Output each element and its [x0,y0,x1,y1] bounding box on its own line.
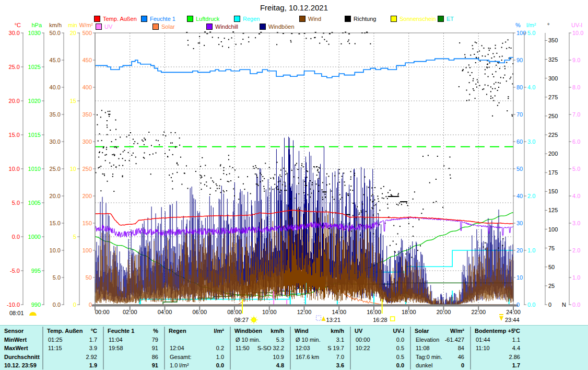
table-cell: 11:50S-SO 32.2 [230,344,290,353]
axis-unit-pressure: hPa [31,22,42,28]
table-cell-value: 5.3 [230,336,284,344]
table-cell-value: 0.5 [350,344,404,353]
table-cell: Elevation-61.427 [410,336,471,344]
axis-tick-label-uv: 4.0 [572,193,580,199]
axis-tick-label-windspeed: 10.0 [50,247,61,253]
table-cell-value: 79 [103,336,158,344]
axis-tick-label-pressure: 995 [31,268,41,274]
axis-tick-label-humidity: 0 [516,302,520,308]
axis-tick-label-direction: 175 [548,169,558,176]
table-column-5: Windkm/hØ 10 min.3.112:03S 19.7167.6 km7… [290,326,350,370]
table-cell-value: 0.0 [350,336,404,344]
sunset-time-label: 16:28 [373,317,387,323]
axis-tick-label-humidity: 90 [516,57,523,63]
table-cell: Ø 10 min.5.3 [230,336,290,344]
axis-tick-label-humidity: 20 [516,247,523,253]
table-cell-value: 1.1 [471,336,520,344]
x-axis-label: 02:00 [123,309,137,315]
table-cell-value: 10.9 [230,353,284,362]
axis-tick-label-direction: 250 [548,113,558,119]
table-cell: 2.92 [43,353,103,362]
table-cell-value: 91 [103,361,158,370]
table-cell-value: 1.7 [471,361,520,370]
axis-tick-label-humidity: 10 [516,274,523,281]
table-cell: 91 [103,361,164,370]
axis-tick-label-uv: 3.0 [572,220,580,226]
axis-tick-label-uv: 7.0 [572,111,580,118]
moonrise-arrow-icon [322,316,326,321]
axis-tick-label-direction: 0 [548,302,551,308]
axis-tick-label-windspeed: 15.0 [50,220,61,226]
axis-tick-label-rain: 0.0 [527,302,535,308]
table-cell-value: 3.1 [290,336,344,344]
table-cell: 1.0 l/m²0.0 [164,361,230,370]
table-cell: Tag:0 min.46 [410,353,471,362]
table-cell: 86 [103,353,164,362]
axis-tick-label-windspeed: 45.0 [50,57,61,63]
axis-tick-label-temp: 25.0 [9,64,20,70]
table-cell-value: 4.8 [230,361,284,370]
axis-tick-label-solar: 350 [83,111,92,118]
table-cell: 00:000.0 [350,336,410,344]
table-cell: 11:0884 [410,344,471,353]
table-column-header: Bodentemp +5°C [471,327,588,336]
axis-tick-label-solar: 300 [83,138,92,145]
table-row-label-text: 10.12. 23:59 [4,361,37,370]
table-cell-value: 1.9 [43,361,97,370]
table-column-7: SolarW/m²Elevation-61.42711:0884Tag:0 mi… [410,326,471,370]
table-column-unit: % [103,327,158,336]
axis-tick-label-direction: 350 [548,37,558,43]
table-cell: 0.5 [350,353,410,362]
axis-tick-label-windspeed: 0.0 [53,302,61,308]
table-cell-value: 0 [410,361,464,370]
table-cell-value: 7.0 [290,353,344,362]
sunset-sun-icon [391,317,395,321]
x-axis-label: 18:00 [402,309,416,315]
axis-tick-label-direction: 225 [548,132,558,138]
sunrise-sun-ray [256,317,257,318]
axis-tick-label-temp: 15.0 [9,132,20,138]
axis-tick-label-temp: -10.0 [7,302,20,308]
table-cell-value: 86 [103,353,158,362]
table-row-label: Durchschnitt [0,353,43,362]
x-axis-label: 14:00 [332,309,346,315]
table-column-header: Temp. Außen°C [43,327,103,336]
table-column-unit: °C [471,327,520,336]
table-cell-value: 0.0 [164,361,224,370]
axis-tick-label-direction: 50 [548,264,555,270]
moonrise-box-icon [316,316,321,320]
axis-tick-label-humidity: 30 [516,220,523,226]
axis-tick-label-humidity: 70 [516,111,523,118]
axis-tick-label-solar: 200 [83,193,92,199]
x-axis-label: 12:00 [297,309,312,315]
x-axis-label: 06:00 [192,309,207,315]
axis-tick-label-solar: 450 [83,57,92,63]
axis-tick-label-temp: 0.0 [12,234,20,240]
sunrise-sun-icon [252,318,256,322]
axis-unit-sunshine: min [68,22,77,28]
axis-tick-label-pressure: 1010 [28,166,41,172]
table-column-1: Temp. Außen°C01:251.711:153.92.921.9 [43,326,103,370]
axis-tick-label-direction: 325 [548,56,558,63]
table-cell-value: 0.2 [164,344,224,353]
axis-tick-label-rain: 1.0 [527,247,535,253]
table-column-unit: W/m² [410,327,464,336]
axis-tick-label-windspeed: 30.0 [50,138,61,145]
axis-tick-label-pressure: 1015 [28,132,41,138]
weather-day-graph-window: Freitag, 10.12.2021 Temp. AußenFeuchte 1… [0,0,588,370]
x-axis-label: 20:00 [437,309,451,315]
table-cell: Ø 10 min.3.1 [290,336,350,344]
axis-tick-label-uv: 2.0 [572,247,580,253]
sunrise-sun-ray [251,317,252,318]
moonset-time-label: 23:44 [505,317,520,323]
axis-tick-label-rain: 5.0 [527,30,535,36]
axis-tick-label-pressure: 1025 [28,64,41,70]
x-axis-label: 16:00 [367,309,381,315]
table-column-8: Bodentemp +5°C01:441.111:104.42.861.7 [471,326,588,370]
axis-tick-label-uv: 9.0 [572,57,580,63]
table-cell-value: 2.92 [43,353,97,362]
axis-tick-label-temp: 10.0 [9,166,20,172]
table-cell-value: 84 [410,344,464,353]
axis-tick-label-uv: 5.0 [572,166,580,172]
table-row-label-text: MinWert [4,336,27,344]
